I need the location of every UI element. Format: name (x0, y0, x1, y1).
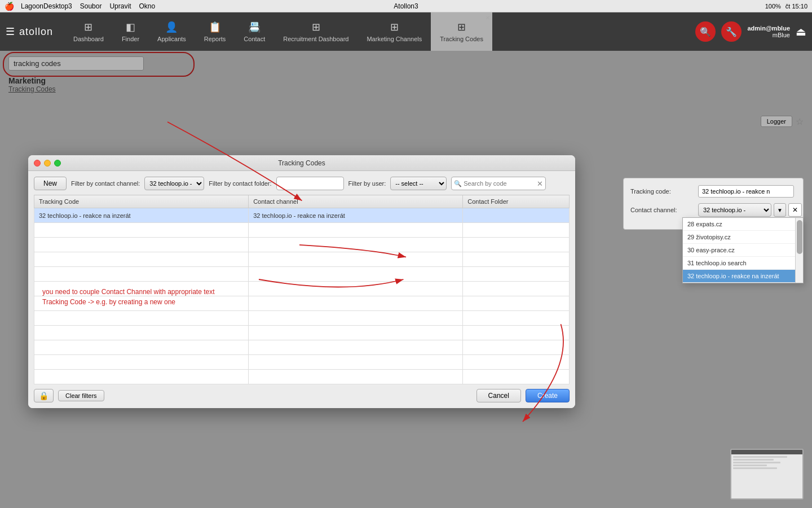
logout-button[interactable]: ⏏ (796, 25, 806, 38)
modal-titlebar: Tracking Codes (28, 155, 575, 171)
table-row[interactable]: 32 techloop.io - reakce na inzerát 32 te… (34, 208, 570, 223)
tracking-codes-modal: Tracking Codes New Filter by contact cha… (28, 155, 575, 408)
search-button[interactable]: 🔍 (695, 21, 716, 42)
user-sub: mBlue (747, 32, 790, 38)
channel-select-wrap: 32 techloop.io - ▼ ✕ (698, 203, 802, 217)
cancel-button[interactable]: Cancel (476, 389, 521, 402)
mini-thumbnail (730, 449, 804, 500)
mini-thumb-bar (731, 450, 802, 454)
table-row-empty-2 (34, 238, 570, 252)
username: admin@mblue (747, 25, 790, 32)
window-maximize-button[interactable] (54, 160, 61, 167)
filter-channel-label: Filter by contact channel: (71, 180, 140, 187)
nav-label-contact: Contact (244, 36, 265, 42)
dropdown-arrow-button[interactable]: ▼ (774, 203, 786, 217)
toolbar-right: 🔍 🔧 admin@mblue mBlue ⏏ (695, 21, 806, 42)
new-button[interactable]: New (34, 177, 67, 190)
finder-icon: ◧ (126, 21, 135, 33)
modal-filters: New Filter by contact channel: 32 techlo… (34, 177, 570, 190)
hamburger-button[interactable]: ☰ (6, 25, 15, 38)
nav-label-dashboard: Dashboard (73, 36, 104, 42)
search-code-input[interactable] (464, 180, 537, 187)
lock-button[interactable]: 🔒 (34, 389, 54, 402)
dropdown-item-1[interactable]: 29 životopisy.cz (683, 231, 803, 244)
contact-icon: 📇 (248, 21, 261, 33)
applicants-icon: 👤 (165, 21, 178, 33)
table-row-empty-4 (34, 267, 570, 282)
filter-folder-label: Filter by contact folder: (209, 180, 271, 187)
app-toolbar: ☰ atollon ⊞ Dashboard ◧ Finder 👤 Applica… (0, 12, 812, 51)
col-tracking-code: Tracking Code (34, 195, 249, 208)
table-row-empty-11 (34, 370, 570, 384)
settings-button[interactable]: 🔧 (721, 21, 742, 42)
recruitment-icon: ⊞ (312, 21, 320, 33)
nav-item-applicants[interactable]: 👤 Applicants (148, 12, 195, 51)
nav-item-finder[interactable]: ◧ Finder (113, 12, 148, 51)
annotation-line1: you need to couple Contact Channel with … (42, 288, 215, 296)
modal-title: Tracking Codes (278, 159, 325, 167)
window-close-button[interactable] (34, 160, 41, 167)
annotation-line2: Tracking Code -> e.g. by creating a new … (42, 298, 175, 306)
user-info[interactable]: admin@mblue mBlue (747, 25, 790, 38)
search-clear-button[interactable]: ✕ (537, 179, 543, 188)
apple-logo: 🍎 (5, 2, 14, 11)
channel-select[interactable]: 32 techloop.io - (698, 203, 771, 217)
filter-channel-select[interactable]: 32 techloop.io - (144, 177, 204, 190)
window-minimize-button[interactable] (44, 160, 51, 167)
tracking-code-label: Tracking code: (630, 188, 698, 195)
dashboard-icon: ⊞ (84, 21, 92, 33)
search-code-icon: 🔍 (454, 180, 462, 187)
menu-upravit[interactable]: Upravit (109, 2, 131, 10)
table-row-empty-10 (34, 355, 570, 370)
nav-label-recruitment: Recruitment Dashboard (283, 36, 348, 42)
modal-footer: 🔒 Clear filters Cancel Create (34, 384, 570, 402)
mini-thumb-content (731, 454, 802, 498)
app-name[interactable]: LagoonDesktop3 (21, 2, 72, 10)
filter-user-select[interactable]: -- select -- (390, 177, 447, 190)
tracking-code-input[interactable] (698, 185, 794, 198)
nav-item-marketing[interactable]: ⊞ Marketing Channels (358, 12, 431, 51)
nav-items: ⊞ Dashboard ◧ Finder 👤 Applicants 📋 Repo… (64, 12, 492, 51)
dropdown-scrollbar[interactable] (795, 218, 803, 283)
table-row-empty-8 (34, 326, 570, 340)
menu-items: LagoonDesktop3 Soubor Upravit Okno (21, 2, 155, 10)
remove-channel-button[interactable]: ✕ (788, 203, 802, 217)
footer-right-buttons: Cancel Create (476, 389, 570, 402)
nav-item-tracking[interactable]: ✕ ⊞ Tracking Codes (431, 12, 492, 51)
tracking-icon: ⊞ (457, 21, 466, 33)
menubar-right: 100% čt 15:10 (765, 3, 807, 10)
col-contact-channel: Contact channel (249, 195, 463, 208)
scroll-thumb (797, 220, 802, 254)
table-row-empty-9 (34, 340, 570, 355)
close-tab-icon[interactable]: ✕ (486, 15, 490, 21)
create-button[interactable]: Create (526, 389, 570, 402)
dropdown-item-4[interactable]: 32 techloop.io - reakce na inzerát (683, 270, 803, 283)
nav-label-finder: Finder (122, 36, 139, 42)
nav-item-reports[interactable]: 📋 Reports (195, 12, 235, 51)
annotation-text: you need to couple Contact Channel with … (42, 287, 215, 307)
table-row-empty-1 (34, 223, 570, 238)
nav-label-marketing: Marketing Channels (367, 36, 422, 42)
filter-user-label: Filter by user: (348, 180, 386, 187)
clock: čt 15:10 (785, 3, 807, 10)
reports-icon: 📋 (209, 21, 221, 33)
cell-tracking-code: 32 techloop.io - reakce na inzerát (34, 208, 249, 223)
dropdown-item-2[interactable]: 30 easy-prace.cz (683, 244, 803, 257)
nav-item-recruitment[interactable]: ⊞ Recruitment Dashboard (274, 12, 358, 51)
atollon-logo: atollon (19, 26, 53, 38)
dropdown-item-0[interactable]: 28 expats.cz (683, 218, 803, 231)
menu-soubor[interactable]: Soubor (80, 2, 102, 10)
table-row-empty-7 (34, 311, 570, 326)
search-code-wrap: 🔍 ✕ (451, 177, 546, 190)
nav-label-applicants: Applicants (157, 36, 186, 42)
form-row-contact-channel: Contact channel: 32 techloop.io - ▼ ✕ (630, 203, 796, 217)
table-row-empty-3 (34, 252, 570, 267)
dropdown-item-3[interactable]: 31 techloop.io search (683, 257, 803, 270)
form-row-tracking-code: Tracking code: (630, 185, 796, 198)
clear-filters-button[interactable]: Clear filters (58, 390, 104, 401)
nav-item-contact[interactable]: 📇 Contact (235, 12, 274, 51)
menu-okno[interactable]: Okno (139, 2, 155, 10)
filter-folder-input[interactable] (276, 177, 344, 190)
main-content: Marketing Tracking Codes Logger ☆ Tracki… (0, 51, 812, 508)
nav-item-dashboard[interactable]: ⊞ Dashboard (64, 12, 113, 51)
